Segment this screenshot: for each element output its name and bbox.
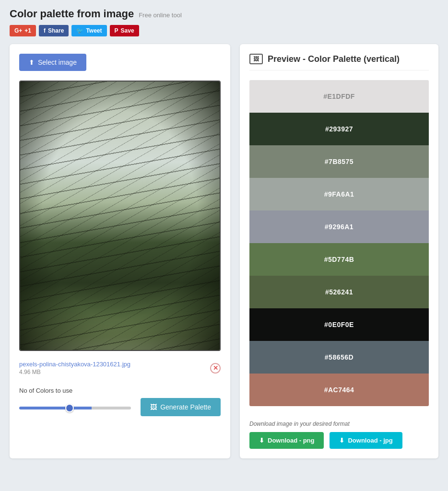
download-label: Download image in your desired format — [249, 421, 429, 427]
select-image-button[interactable]: ⬆ Select image — [19, 54, 86, 71]
palette-swatch-8: #58656D — [249, 341, 429, 374]
twitter-icon: 🐦 — [76, 27, 83, 34]
file-name: pexels-polina-chistyakova-12301621.jpg — [19, 361, 130, 368]
palette-swatch-9: #AC7464 — [249, 374, 429, 406]
palette-swatch-0: #E1DFDF — [249, 80, 429, 113]
preview-title: Preview - Color Palette (vertical) — [268, 54, 400, 64]
colors-count-slider[interactable] — [19, 407, 131, 409]
generate-palette-button[interactable]: 🖼 Generate Palette — [141, 398, 221, 416]
pinterest-icon: P — [115, 27, 118, 34]
facebook-icon: f — [44, 27, 46, 34]
image-icon: 🖼 — [249, 54, 263, 64]
pinterest-save-button[interactable]: P Save — [110, 25, 139, 36]
controls-row: 🖼 Generate Palette — [19, 398, 221, 416]
download-jpg-button[interactable]: ⬇ Download - jpg — [330, 432, 402, 449]
image-preview-container — [19, 81, 221, 351]
file-details: pexels-polina-chistyakova-12301621.jpg 4… — [19, 361, 130, 375]
file-size: 4.96 MB — [19, 369, 130, 375]
google-plus-button[interactable]: G+ +1 — [10, 25, 36, 36]
page-title: Color palette from image — [10, 8, 134, 20]
download-png-button[interactable]: ⬇ Download - png — [249, 432, 324, 449]
left-panel: ⬆ Select image pexels-polina-chistyakova… — [10, 44, 230, 458]
download-section: Download image in your desired format ⬇ … — [249, 416, 429, 449]
slider-container — [19, 403, 131, 411]
remove-file-button[interactable]: ✕ — [210, 363, 221, 374]
palette-strip: #E1DFDF#293927#7B8575#9FA6A1#9296A1#5D77… — [249, 80, 429, 406]
palette-swatch-1: #293927 — [249, 113, 429, 145]
palette-swatch-4: #9296A1 — [249, 210, 429, 243]
upload-icon: ⬆ — [29, 58, 35, 66]
palette-swatch-6: #526241 — [249, 276, 429, 308]
palette-swatch-5: #5D774B — [249, 243, 429, 276]
main-content: ⬆ Select image pexels-polina-chistyakova… — [0, 44, 448, 468]
download-buttons: ⬇ Download - png ⬇ Download - jpg — [249, 432, 429, 449]
palette-swatch-3: #9FA6A1 — [249, 178, 429, 210]
page-header: Color palette from image Free online too… — [0, 0, 448, 25]
google-icon: G+ — [14, 27, 22, 34]
facebook-share-button[interactable]: f Share — [39, 25, 69, 36]
palette-icon: 🖼 — [150, 403, 157, 411]
social-bar: G+ +1 f Share 🐦 Tweet P Save — [0, 25, 448, 44]
file-info-row: pexels-polina-chistyakova-12301621.jpg 4… — [19, 359, 221, 377]
uploaded-image-preview — [20, 82, 220, 350]
preview-header: 🖼 Preview - Color Palette (vertical) — [249, 54, 429, 70]
right-panel: 🖼 Preview - Color Palette (vertical) #E1… — [240, 44, 438, 458]
download-icon-png: ⬇ — [259, 437, 264, 444]
colors-count-label: No of Colors to use — [19, 387, 221, 394]
free-tool-label: Free online tool — [139, 12, 182, 19]
palette-swatch-7: #0E0F0E — [249, 308, 429, 341]
palette-swatch-2: #7B8575 — [249, 145, 429, 178]
twitter-tweet-button[interactable]: 🐦 Tweet — [71, 25, 106, 36]
download-icon-jpg: ⬇ — [339, 437, 344, 444]
